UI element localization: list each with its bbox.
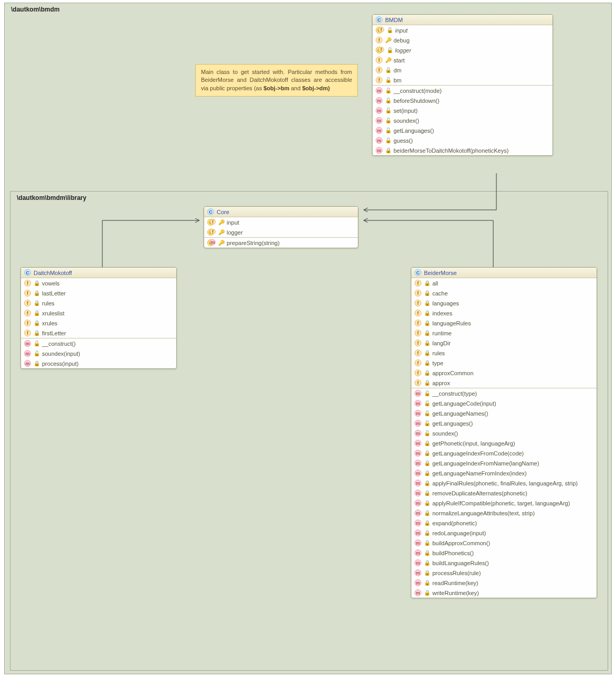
member-row[interactable]: f🔒all — [411, 278, 597, 288]
member-row[interactable]: m🔓soundex(input) — [21, 348, 176, 358]
visibility-public-icon: 🔓 — [385, 137, 391, 143]
class-core[interactable]: C Core ✳f🔑input✳f🔑logger ✳m🔑prepareStrin… — [204, 206, 358, 248]
member-row[interactable]: f🔓bm — [373, 75, 553, 85]
member-row[interactable]: m🔒readRuntime(key) — [411, 578, 597, 588]
member-label: getLanguageNameFromIndex(index) — [432, 470, 527, 476]
class-bmdm[interactable]: C BMDM ✳f🔓inputf🔑debug✳f🔓loggerf🔑startf🔓… — [372, 14, 553, 156]
member-row[interactable]: m🔒getPhonetic(input, languageArg) — [411, 438, 597, 448]
member-row[interactable]: m🔒normalizeLanguageAttributes(text, stri… — [411, 508, 597, 518]
class-daitch-name: DaitchMokotoff — [34, 270, 72, 276]
member-label: soundex() — [394, 118, 419, 124]
member-row[interactable]: m🔒expand(phonetic) — [411, 518, 597, 528]
member-row[interactable]: f🔒approx — [411, 378, 597, 388]
member-label: beiderMorseToDaitchMokotoff(phoneticKeys… — [394, 147, 508, 154]
visibility-private-icon: 🔒 — [424, 480, 430, 486]
member-label: firstLetter — [42, 330, 66, 336]
visibility-private-icon: 🔒 — [424, 330, 430, 336]
member-row[interactable]: m🔓__construct(mode) — [373, 86, 553, 96]
member-row[interactable]: m🔒buildApproxCommon() — [411, 538, 597, 548]
member-row[interactable]: f🔓dm — [373, 65, 553, 75]
member-label: buildApproxCommon() — [432, 540, 490, 546]
member-row[interactable]: m🔒redoLanguage(input) — [411, 528, 597, 538]
member-row[interactable]: m🔒buildLanguageRules() — [411, 558, 597, 568]
member-row[interactable]: ✳m🔑prepareString(string) — [204, 238, 358, 248]
method-icon: m — [415, 510, 421, 516]
note-box: Main class to get started with. Particul… — [195, 64, 358, 97]
method-icon: m — [376, 147, 383, 154]
member-row[interactable]: m🔓getLanguages() — [411, 418, 597, 428]
member-row[interactable]: m🔒getLanguageIndexFromCode(code) — [411, 448, 597, 458]
member-row[interactable]: m🔓__construct() — [21, 338, 176, 348]
member-row[interactable]: m🔒writeRuntime(key) — [411, 588, 597, 598]
member-row[interactable]: f🔑start — [373, 55, 553, 65]
member-row[interactable]: f🔒firstLetter — [21, 328, 176, 338]
member-row[interactable]: f🔑debug — [373, 35, 553, 45]
member-row[interactable]: f🔒type — [411, 358, 597, 368]
member-row[interactable]: m🔓getLanguageNames() — [411, 408, 597, 418]
member-label: getPhonetic(input, languageArg) — [432, 440, 515, 447]
member-row[interactable]: f🔒rules — [21, 298, 176, 308]
method-icon: m — [376, 117, 383, 124]
member-row[interactable]: m🔒processRules(rule) — [411, 568, 597, 578]
member-row[interactable]: ✳f🔓logger — [373, 45, 553, 55]
member-label: input — [395, 27, 408, 34]
member-row[interactable]: m🔒buildPhonetics() — [411, 548, 597, 558]
visibility-private-icon: 🔒 — [424, 570, 430, 576]
member-row[interactable]: ✳f🔓input — [373, 25, 553, 35]
member-row[interactable]: f🔒xrules — [21, 318, 176, 328]
class-beider-fields: f🔒allf🔒cachef🔒languagesf🔒indexesf🔒langua… — [411, 278, 597, 388]
member-row[interactable]: f🔒langDir — [411, 338, 597, 348]
member-row[interactable]: m🔓__construct(type) — [411, 388, 597, 398]
method-icon: m — [24, 340, 31, 347]
member-row[interactable]: m🔓soundex() — [411, 428, 597, 438]
member-label: set(input) — [394, 108, 418, 114]
member-row[interactable]: m🔓beforeShutdown() — [373, 96, 553, 105]
member-row[interactable]: f🔒approxCommon — [411, 368, 597, 378]
member-row[interactable]: m🔒applyFinalRules(phonetic, finalRules, … — [411, 478, 597, 488]
visibility-public-icon: 🔓 — [34, 341, 39, 346]
member-row[interactable]: f🔒xruleslist — [21, 308, 176, 318]
class-daitch-fields: f🔒vowelsf🔒lastLetterf🔒rulesf🔒xruleslistf… — [21, 278, 176, 338]
visibility-private-icon: 🔒 — [34, 330, 39, 336]
member-row[interactable]: ✳f🔑logger — [204, 227, 358, 237]
visibility-private-icon: 🔒 — [424, 300, 430, 306]
member-row[interactable]: m🔓getLanguageCode(input) — [411, 398, 597, 408]
member-label: indexes — [432, 310, 452, 316]
field-icon: f — [376, 77, 383, 83]
visibility-private-icon: 🔒 — [424, 450, 430, 456]
method-icon: m — [376, 87, 383, 94]
class-daitch[interactable]: C DaitchMokotoff f🔒vowelsf🔒lastLetterf🔒r… — [20, 267, 177, 369]
member-row[interactable]: f🔒languages — [411, 298, 597, 308]
member-label: __construct(type) — [432, 390, 477, 397]
member-row[interactable]: f🔒rules — [411, 348, 597, 358]
visibility-private-icon: 🔒 — [34, 290, 39, 296]
member-label: lastLetter — [42, 290, 66, 296]
class-beider[interactable]: C BeiderMorse f🔒allf🔒cachef🔒languagesf🔒i… — [411, 267, 597, 598]
member-row[interactable]: f🔒vowels — [21, 278, 176, 288]
member-row[interactable]: f🔒lastLetter — [21, 288, 176, 298]
member-row[interactable]: ✳f🔑input — [204, 217, 358, 227]
member-row[interactable]: m🔒removeDuplicateAlternates(phonetic) — [411, 488, 597, 498]
member-row[interactable]: f🔒cache — [411, 288, 597, 298]
member-label: removeDuplicateAlternates(phonetic) — [432, 490, 527, 496]
member-row[interactable]: m🔒getLanguageIndexFromName(langName) — [411, 458, 597, 468]
member-row[interactable]: f🔒indexes — [411, 308, 597, 318]
member-row[interactable]: m🔓soundex() — [373, 115, 553, 125]
member-row[interactable]: m🔒applyRuleIfCompatible(phonetic, target… — [411, 498, 597, 508]
member-row[interactable]: m🔒beiderMorseToDaitchMokotoff(phoneticKe… — [373, 145, 553, 155]
member-row[interactable]: m🔓set(input) — [373, 105, 553, 115]
field-override-icon: ✳f — [207, 219, 216, 226]
member-label: getLanguages() — [394, 128, 434, 134]
member-row[interactable]: m🔒getLanguageNameFromIndex(index) — [411, 468, 597, 478]
class-core-name: Core — [217, 209, 229, 215]
method-icon: m — [415, 589, 421, 596]
member-row[interactable]: m🔓getLanguages() — [373, 125, 553, 135]
member-row[interactable]: f🔒runtime — [411, 328, 597, 338]
member-row[interactable]: m🔓guess() — [373, 135, 553, 145]
member-row[interactable]: m🔒process(input) — [21, 358, 176, 368]
field-icon: f — [24, 320, 31, 326]
field-override-icon: ✳f — [376, 47, 384, 54]
member-label: __construct(mode) — [394, 88, 442, 94]
member-row[interactable]: f🔒languageRules — [411, 318, 597, 328]
member-label: __construct() — [42, 341, 76, 347]
